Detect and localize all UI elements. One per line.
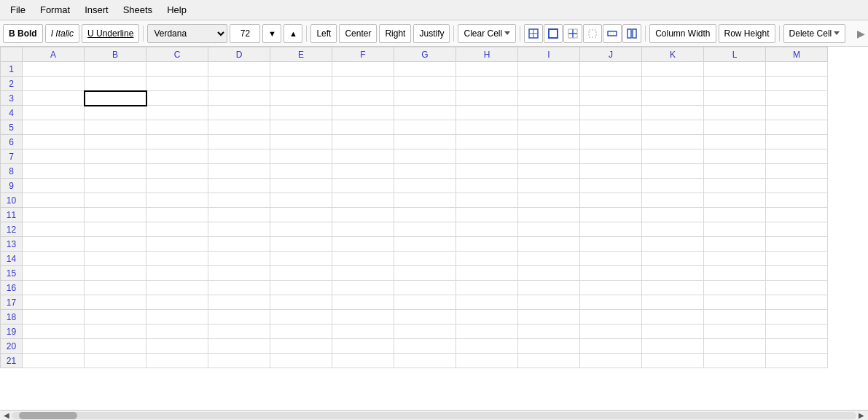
align-center-button[interactable]: Center <box>339 24 377 43</box>
cell-C9[interactable] <box>146 179 208 193</box>
cell-B10[interactable] <box>85 193 146 208</box>
cell-G15[interactable] <box>394 266 456 281</box>
align-right-button[interactable]: Right <box>379 24 411 43</box>
cell-M11[interactable] <box>766 208 828 222</box>
cell-G9[interactable] <box>394 179 456 193</box>
cell-K20[interactable] <box>642 339 704 354</box>
cell-F5[interactable] <box>332 120 394 135</box>
font-size-down-button[interactable]: ▼ <box>262 24 281 43</box>
cell-D18[interactable] <box>208 310 270 324</box>
menu-insert[interactable]: Insert <box>77 3 116 17</box>
cell-L2[interactable] <box>704 77 766 91</box>
cell-H11[interactable] <box>456 208 518 222</box>
cell-J11[interactable] <box>580 208 642 222</box>
cell-M13[interactable] <box>766 237 828 252</box>
cell-J13[interactable] <box>580 237 642 252</box>
cell-G18[interactable] <box>394 310 456 324</box>
cell-M6[interactable] <box>766 135 828 149</box>
cell-I19[interactable] <box>518 324 580 339</box>
cell-D11[interactable] <box>208 208 270 222</box>
col-header-G[interactable]: G <box>394 47 456 62</box>
cell-D6[interactable] <box>208 135 270 149</box>
cell-A15[interactable] <box>23 266 85 281</box>
cell-K18[interactable] <box>642 310 704 324</box>
cell-K9[interactable] <box>642 179 704 193</box>
cell-C16[interactable] <box>146 281 208 295</box>
cell-B8[interactable] <box>85 164 146 179</box>
cell-A14[interactable] <box>23 252 85 266</box>
cell-M5[interactable] <box>766 120 828 135</box>
cell-I8[interactable] <box>518 164 580 179</box>
hscroll-right-arrow-icon[interactable]: ▶ <box>856 411 867 421</box>
cell-B3[interactable] <box>85 91 146 106</box>
cell-H12[interactable] <box>456 222 518 237</box>
horizontal-scrollbar[interactable]: ◀ ▶ <box>0 410 868 420</box>
toolbar-scroll-right-icon[interactable]: ▶ <box>857 28 865 39</box>
cell-I16[interactable] <box>518 281 580 295</box>
cell-I20[interactable] <box>518 339 580 354</box>
cell-I14[interactable] <box>518 252 580 266</box>
cell-E13[interactable] <box>270 237 332 252</box>
cell-G20[interactable] <box>394 339 456 354</box>
col-header-D[interactable]: D <box>208 47 270 62</box>
cell-A13[interactable] <box>23 237 85 252</box>
cell-L4[interactable] <box>704 106 766 120</box>
cell-D21[interactable] <box>208 354 270 368</box>
cell-C18[interactable] <box>146 310 208 324</box>
cell-D13[interactable] <box>208 237 270 252</box>
cell-L10[interactable] <box>704 193 766 208</box>
cell-E14[interactable] <box>270 252 332 266</box>
cell-M18[interactable] <box>766 310 828 324</box>
cell-L12[interactable] <box>704 222 766 237</box>
cell-B7[interactable] <box>85 149 146 164</box>
cell-M20[interactable] <box>766 339 828 354</box>
cell-G10[interactable] <box>394 193 456 208</box>
cell-L14[interactable] <box>704 252 766 266</box>
cell-J4[interactable] <box>580 106 642 120</box>
cell-E21[interactable] <box>270 354 332 368</box>
cell-K13[interactable] <box>642 237 704 252</box>
cell-A20[interactable] <box>23 339 85 354</box>
cell-L15[interactable] <box>704 266 766 281</box>
cell-G4[interactable] <box>394 106 456 120</box>
cell-C10[interactable] <box>146 193 208 208</box>
cell-J3[interactable] <box>580 91 642 106</box>
border-all-icon[interactable] <box>524 24 543 43</box>
cell-F1[interactable] <box>332 62 394 77</box>
cell-J19[interactable] <box>580 324 642 339</box>
cell-I2[interactable] <box>518 77 580 91</box>
cell-E6[interactable] <box>270 135 332 149</box>
cell-B13[interactable] <box>85 237 146 252</box>
cell-A3[interactable] <box>23 91 85 106</box>
cell-F21[interactable] <box>332 354 394 368</box>
cell-G17[interactable] <box>394 295 456 310</box>
border-outer-icon[interactable] <box>544 24 563 43</box>
cell-G6[interactable] <box>394 135 456 149</box>
cell-B9[interactable] <box>85 179 146 193</box>
cell-E18[interactable] <box>270 310 332 324</box>
cell-F9[interactable] <box>332 179 394 193</box>
cell-E17[interactable] <box>270 295 332 310</box>
cell-E1[interactable] <box>270 62 332 77</box>
cell-J2[interactable] <box>580 77 642 91</box>
cell-C6[interactable] <box>146 135 208 149</box>
cell-F2[interactable] <box>332 77 394 91</box>
cell-I4[interactable] <box>518 106 580 120</box>
cell-B18[interactable] <box>85 310 146 324</box>
cell-L16[interactable] <box>704 281 766 295</box>
cell-F10[interactable] <box>332 193 394 208</box>
cell-G5[interactable] <box>394 120 456 135</box>
cell-C11[interactable] <box>146 208 208 222</box>
col-header-B[interactable]: B <box>85 47 146 62</box>
menu-help[interactable]: Help <box>160 3 194 17</box>
cell-B14[interactable] <box>85 252 146 266</box>
cell-D5[interactable] <box>208 120 270 135</box>
cell-K2[interactable] <box>642 77 704 91</box>
cell-C14[interactable] <box>146 252 208 266</box>
cell-L18[interactable] <box>704 310 766 324</box>
delete-cell-button[interactable]: Delete Cell <box>783 24 846 43</box>
cell-I6[interactable] <box>518 135 580 149</box>
cell-C1[interactable] <box>146 62 208 77</box>
col-header-C[interactable]: C <box>146 47 208 62</box>
cell-E20[interactable] <box>270 339 332 354</box>
